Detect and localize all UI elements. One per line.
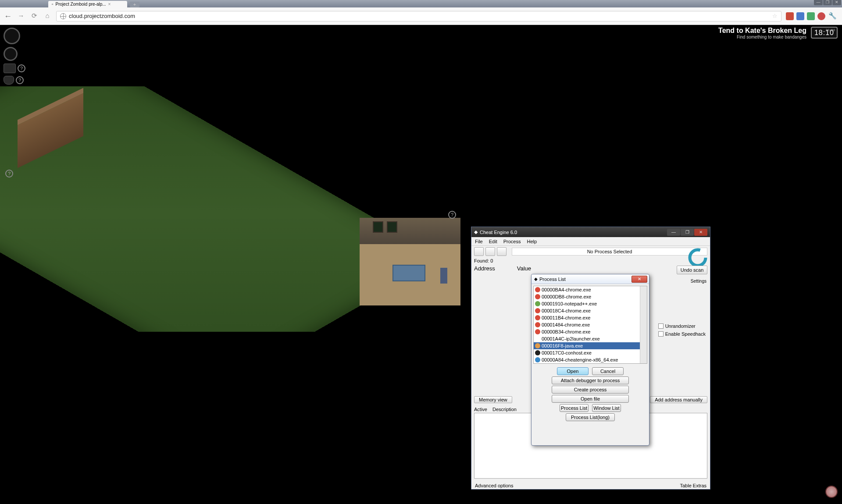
col-address: Address bbox=[474, 265, 495, 272]
hud-right: Tend to Kate's Broken Leg Find something… bbox=[718, 27, 838, 39]
pl-titlebar[interactable]: ◆ Process List ✕ bbox=[532, 274, 649, 284]
extension-icon[interactable] bbox=[796, 12, 804, 20]
extension-icon[interactable] bbox=[807, 12, 815, 20]
objective-subtitle: Find something to make bandanges bbox=[718, 35, 806, 39]
house-interior: ? bbox=[360, 218, 460, 305]
process-item[interactable]: 000017C0-conhost.exe bbox=[534, 349, 647, 356]
help-icon[interactable]: ? bbox=[16, 76, 24, 84]
memory-view-button[interactable]: Memory view bbox=[474, 396, 512, 403]
process-label: 00000DB8-chrome.exe bbox=[542, 294, 591, 299]
open-button[interactable]: Open bbox=[557, 367, 589, 375]
ce-title-text: Cheat Engine 6.0 bbox=[480, 230, 517, 235]
status-circle[interactable] bbox=[4, 28, 20, 44]
process-icon bbox=[535, 329, 540, 334]
close-button[interactable]: ✕ bbox=[632, 276, 647, 283]
save-button[interactable] bbox=[497, 247, 507, 256]
process-list-long-button[interactable]: Process List(long) bbox=[566, 413, 615, 421]
speedhack-checkbox[interactable]: Enable Speedhack bbox=[658, 331, 706, 337]
window-list-button[interactable]: Window List bbox=[592, 404, 621, 412]
new-tab-button[interactable]: + bbox=[130, 2, 139, 7]
undo-scan-button[interactable]: Undo scan bbox=[677, 266, 707, 274]
process-icon bbox=[535, 357, 540, 362]
process-item[interactable]: 000011B4-chrome.exe bbox=[534, 314, 647, 321]
col-active: Active bbox=[474, 407, 487, 412]
clock-date: 23/08 bbox=[825, 28, 835, 32]
menu-help[interactable]: Help bbox=[527, 239, 537, 244]
inventory-icon[interactable] bbox=[4, 64, 16, 73]
col-description: Description bbox=[492, 407, 517, 412]
process-icon bbox=[535, 315, 540, 320]
ce-logo-icon bbox=[687, 247, 708, 268]
forward-button[interactable]: → bbox=[17, 12, 25, 21]
browser-tab[interactable]: ▫ Project Zomboid pre-alp... × bbox=[48, 1, 127, 7]
extension-icon[interactable] bbox=[786, 12, 794, 20]
game-viewport[interactable]: ? ? ? ? Tend to Kate's Broken Leg Find s… bbox=[0, 25, 842, 504]
help-icon[interactable]: ? bbox=[18, 64, 25, 72]
process-item[interactable]: 00000A84-cheatengine-x86_64.exe bbox=[534, 356, 647, 363]
process-item[interactable]: 000016F8-java.exe bbox=[534, 342, 647, 349]
bookmark-icon[interactable]: ☆ bbox=[772, 13, 778, 19]
maximize-button[interactable]: ❐ bbox=[823, 0, 832, 5]
advanced-options[interactable]: Advanced options bbox=[475, 483, 513, 488]
process-list[interactable]: 00000BA4-chrome.exe00000DB8-chrome.exe00… bbox=[533, 286, 647, 364]
ce-app-icon: ◆ bbox=[474, 229, 478, 235]
select-process-button[interactable] bbox=[474, 247, 484, 256]
process-item[interactable]: 00000BA4-chrome.exe bbox=[534, 286, 647, 293]
home-button[interactable]: ⌂ bbox=[43, 12, 52, 21]
reload-button[interactable]: ⟳ bbox=[30, 12, 39, 21]
process-icon bbox=[535, 350, 540, 355]
pl-title-text: Process List bbox=[539, 277, 566, 282]
create-process-button[interactable]: Create process bbox=[552, 386, 629, 394]
extension-icon[interactable] bbox=[817, 12, 825, 20]
process-label: 00001A4C-ip2launcher.exe bbox=[542, 336, 600, 341]
tab-bar: ▫ Project Zomboid pre-alp... × + — ❐ ✕ bbox=[0, 0, 842, 7]
process-item[interactable]: 00001A4C-ip2launcher.exe bbox=[534, 335, 647, 342]
process-icon bbox=[535, 343, 540, 348]
url-input[interactable]: cloud.projectzomboid.com ☆ bbox=[56, 11, 781, 21]
status-circle[interactable] bbox=[4, 47, 18, 61]
add-address-button[interactable]: Add address manually bbox=[650, 396, 707, 403]
scrollbar[interactable] bbox=[640, 286, 647, 363]
minimize-button[interactable]: — bbox=[814, 0, 823, 5]
back-button[interactable]: ← bbox=[4, 12, 12, 21]
window-controls: — ❐ ✕ bbox=[813, 0, 841, 5]
help-icon[interactable]: ? bbox=[5, 170, 13, 177]
heart-icon[interactable] bbox=[4, 76, 14, 85]
open-button[interactable] bbox=[485, 247, 495, 256]
player-character bbox=[440, 268, 447, 284]
hud-left: ? ? bbox=[4, 28, 25, 85]
process-list-button[interactable]: Process List bbox=[560, 404, 589, 412]
process-item[interactable]: 00001484-chrome.exe bbox=[534, 321, 647, 328]
unrandomizer-checkbox[interactable]: Unrandomizer bbox=[658, 323, 706, 329]
table-extras[interactable]: Table Extras bbox=[680, 483, 706, 488]
menu-edit[interactable]: Edit bbox=[489, 239, 497, 244]
address-bar: ← → ⟳ ⌂ cloud.projectzomboid.com ☆ 🔧 bbox=[0, 7, 842, 25]
attach-debugger-button[interactable]: Attach debugger to process bbox=[552, 376, 629, 384]
process-label: 00000BA4-chrome.exe bbox=[542, 287, 591, 292]
process-icon bbox=[535, 287, 540, 292]
process-label: 000018C4-chrome.exe bbox=[542, 308, 591, 313]
menu-file[interactable]: File bbox=[475, 239, 483, 244]
close-tab-icon[interactable]: × bbox=[108, 3, 112, 6]
bed bbox=[392, 265, 425, 281]
ce-toolbar: No Process Selected bbox=[471, 246, 710, 257]
process-list-dialog[interactable]: ◆ Process List ✕ 00000BA4-chrome.exe0000… bbox=[531, 274, 649, 446]
close-button[interactable]: ✕ bbox=[832, 0, 841, 5]
menu-process[interactable]: Process bbox=[503, 239, 521, 244]
settings-label[interactable]: Settings bbox=[691, 279, 706, 284]
ce-titlebar[interactable]: ◆ Cheat Engine 6.0 — ❐ ✕ bbox=[471, 227, 710, 237]
process-label: 00001910-notepad++.exe bbox=[542, 301, 597, 306]
maximize-button[interactable]: ❐ bbox=[681, 229, 694, 236]
scan-result-header: Address Value bbox=[471, 264, 710, 273]
process-item[interactable]: 000018C4-chrome.exe bbox=[534, 307, 647, 314]
wrench-icon[interactable]: 🔧 bbox=[828, 12, 837, 21]
open-file-button[interactable]: Open file bbox=[552, 395, 629, 403]
terrain bbox=[0, 86, 399, 332]
cancel-button[interactable]: Cancel bbox=[592, 367, 624, 375]
minimize-button[interactable]: — bbox=[667, 229, 680, 236]
process-item[interactable]: 00001910-notepad++.exe bbox=[534, 300, 647, 307]
close-button[interactable]: ✕ bbox=[694, 229, 707, 236]
process-item[interactable]: 00000DB8-chrome.exe bbox=[534, 293, 647, 300]
process-item[interactable]: 00000B34-chrome.exe bbox=[534, 328, 647, 335]
help-icon[interactable]: ? bbox=[448, 211, 456, 219]
